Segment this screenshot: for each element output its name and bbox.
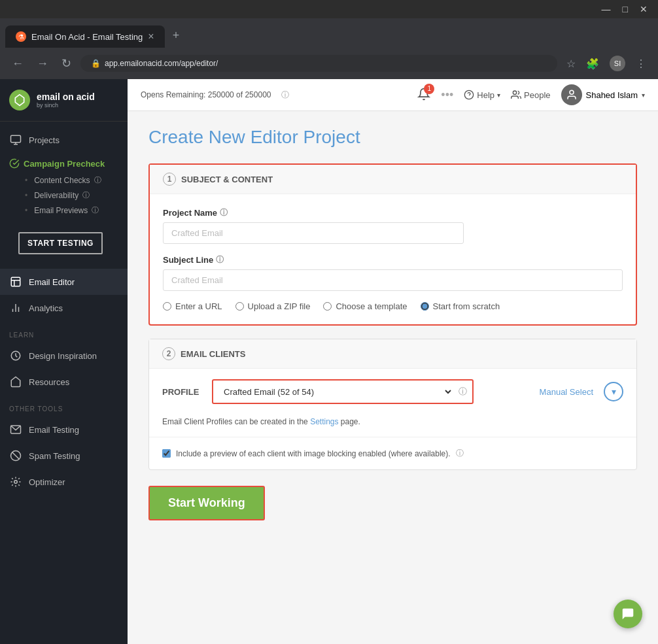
radio-upload-zip[interactable]: Upload a ZIP file bbox=[235, 301, 311, 311]
active-tab[interactable]: ⚗ Email On Acid - Email Testing × bbox=[5, 25, 165, 48]
radio-choose-template-input[interactable] bbox=[323, 302, 332, 311]
help-button[interactable]: Help ▾ bbox=[464, 90, 500, 100]
email-testing-icon bbox=[9, 423, 22, 436]
profile-select[interactable]: Crafted Email (52 of 54) bbox=[213, 381, 453, 403]
sidebar-item-email-editor[interactable]: Email Editor bbox=[0, 269, 128, 295]
spam-testing-icon bbox=[9, 449, 22, 462]
main-area: Opens Remaining: 250000 of 250000 ⓘ 1 ••… bbox=[128, 79, 658, 644]
bookmark-button[interactable]: ☆ bbox=[563, 55, 580, 73]
image-blocking-checkbox[interactable] bbox=[162, 449, 171, 458]
people-label: People bbox=[524, 90, 550, 100]
sidebar-item-spam-testing[interactable]: Spam Testing bbox=[0, 443, 128, 469]
project-name-info-icon[interactable]: ⓘ bbox=[220, 207, 228, 218]
back-button[interactable]: ← bbox=[8, 54, 27, 73]
chat-widget[interactable] bbox=[614, 600, 642, 628]
content-source-radio-group: Enter a URL Upload a ZIP file Choose a t… bbox=[163, 301, 623, 311]
section2-num: 2 bbox=[162, 347, 175, 360]
address-bar[interactable]: 🔒 app.emailonacid.com/app/editor/ bbox=[80, 55, 557, 72]
menu-button[interactable]: ⋮ bbox=[632, 55, 650, 73]
sidebar-item-content-checks[interactable]: Content Checks ⓘ bbox=[20, 173, 118, 188]
sidebar-item-deliverability[interactable]: Deliverability ⓘ bbox=[20, 188, 118, 203]
radio-upload-zip-label: Upload a ZIP file bbox=[248, 301, 311, 311]
start-working-container: Start Working bbox=[148, 483, 637, 520]
sidebar-item-projects[interactable]: Projects bbox=[0, 127, 128, 153]
subject-line-group: Subject Line ⓘ bbox=[163, 254, 623, 291]
radio-enter-url[interactable]: Enter a URL bbox=[163, 301, 222, 311]
profile-select-wrapper: Crafted Email (52 of 54) ⓘ bbox=[212, 379, 474, 404]
profile-row: PROFILE Crafted Email (52 of 54) ⓘ Manua… bbox=[149, 369, 636, 415]
radio-start-scratch[interactable]: Start from scratch bbox=[421, 301, 500, 311]
browser-controls: ← → ↻ 🔒 app.emailonacid.com/app/editor/ … bbox=[0, 48, 658, 79]
svg-rect-0 bbox=[11, 135, 21, 143]
projects-icon bbox=[9, 133, 22, 146]
settings-text-after: page. bbox=[338, 417, 360, 426]
sidebar-item-campaign-precheck[interactable]: Campaign Precheck bbox=[9, 158, 118, 169]
svg-rect-1 bbox=[11, 277, 20, 286]
notification-bell[interactable]: 1 bbox=[417, 88, 430, 103]
campaign-sub-items: Content Checks ⓘ Deliverability ⓘ Email … bbox=[9, 173, 118, 218]
extensions-button[interactable]: 🧩 bbox=[582, 55, 603, 73]
more-options-dots[interactable]: ••• bbox=[441, 88, 453, 102]
refresh-button[interactable]: ↻ bbox=[58, 54, 75, 73]
svg-point-15 bbox=[570, 90, 574, 94]
section1-label: SUBJECT & CONTENT bbox=[181, 175, 273, 184]
close-tab-button[interactable]: × bbox=[148, 31, 154, 42]
project-name-label: Project Name ⓘ bbox=[163, 207, 623, 218]
sidebar: email on acid by sinch Projects bbox=[0, 79, 128, 644]
subject-line-info-icon[interactable]: ⓘ bbox=[216, 254, 224, 265]
email-testing-label: Email Testing bbox=[29, 425, 79, 435]
maximize-button[interactable]: □ bbox=[617, 3, 633, 16]
start-working-button[interactable]: Start Working bbox=[148, 486, 265, 520]
radio-start-scratch-input[interactable] bbox=[421, 302, 429, 311]
project-name-group: Project Name ⓘ bbox=[163, 207, 623, 244]
app-container: email on acid by sinch Projects bbox=[0, 79, 658, 644]
profile-label: PROFILE bbox=[162, 387, 201, 397]
window-controls[interactable]: — □ ✕ bbox=[597, 3, 653, 16]
projects-label: Projects bbox=[29, 135, 60, 145]
radio-enter-url-label: Enter a URL bbox=[175, 301, 222, 311]
deliverability-label: Deliverability bbox=[34, 191, 78, 200]
sidebar-item-email-testing[interactable]: Email Testing bbox=[0, 416, 128, 443]
minimize-button[interactable]: — bbox=[597, 3, 616, 16]
logo-icon bbox=[9, 90, 30, 110]
user-name-label: Shahed Islam bbox=[586, 90, 638, 100]
sidebar-item-resources[interactable]: Resources bbox=[0, 369, 128, 395]
profile-button[interactable]: SI bbox=[606, 53, 629, 74]
learn-section-header: LEARN bbox=[0, 321, 128, 343]
user-menu[interactable]: Shahed Islam ▾ bbox=[561, 84, 646, 105]
spam-testing-label: Spam Testing bbox=[29, 451, 80, 461]
settings-link[interactable]: Settings bbox=[310, 417, 338, 426]
opens-info-icon: ⓘ bbox=[281, 90, 289, 101]
sidebar-item-optimizer[interactable]: Optimizer bbox=[0, 469, 128, 495]
close-button[interactable]: ✕ bbox=[634, 3, 653, 16]
sidebar-logo: email on acid by sinch bbox=[0, 79, 128, 122]
manual-select-link[interactable]: Manual Select bbox=[540, 387, 593, 397]
design-icon bbox=[9, 349, 22, 362]
window-top-bar: — □ ✕ bbox=[0, 0, 658, 18]
project-name-input[interactable] bbox=[163, 222, 464, 244]
radio-enter-url-input[interactable] bbox=[163, 302, 171, 311]
section1-header: 1 SUBJECT & CONTENT bbox=[150, 165, 636, 194]
user-chevron: ▾ bbox=[642, 92, 645, 99]
resources-label: Resources bbox=[29, 377, 69, 387]
radio-choose-template-label: Choose a template bbox=[336, 301, 407, 311]
opens-remaining-text: Opens Remaining: 250000 of 250000 bbox=[141, 90, 271, 99]
radio-upload-zip-input[interactable] bbox=[235, 302, 244, 311]
email-editor-label: Email Editor bbox=[29, 277, 75, 287]
info-icon-deliverability: ⓘ bbox=[82, 190, 90, 200]
user-avatar bbox=[561, 84, 582, 105]
profile-info-icon[interactable]: ⓘ bbox=[453, 381, 472, 403]
section1-num: 1 bbox=[163, 173, 176, 186]
forward-button[interactable]: → bbox=[33, 54, 52, 73]
checkbox-info-icon[interactable]: ⓘ bbox=[456, 448, 464, 459]
sidebar-item-design-inspiration[interactable]: Design Inspiration bbox=[0, 343, 128, 369]
sidebar-item-email-previews[interactable]: Email Previews ⓘ bbox=[20, 203, 118, 218]
expand-button[interactable]: ▾ bbox=[604, 382, 623, 401]
people-button[interactable]: People bbox=[511, 90, 550, 100]
new-tab-button[interactable]: + bbox=[165, 24, 188, 48]
resources-icon bbox=[9, 375, 22, 388]
sidebar-item-analytics[interactable]: Analytics bbox=[0, 295, 128, 321]
start-testing-button[interactable]: START TESTING bbox=[18, 232, 103, 254]
radio-choose-template[interactable]: Choose a template bbox=[323, 301, 407, 311]
subject-line-input[interactable] bbox=[163, 269, 623, 291]
